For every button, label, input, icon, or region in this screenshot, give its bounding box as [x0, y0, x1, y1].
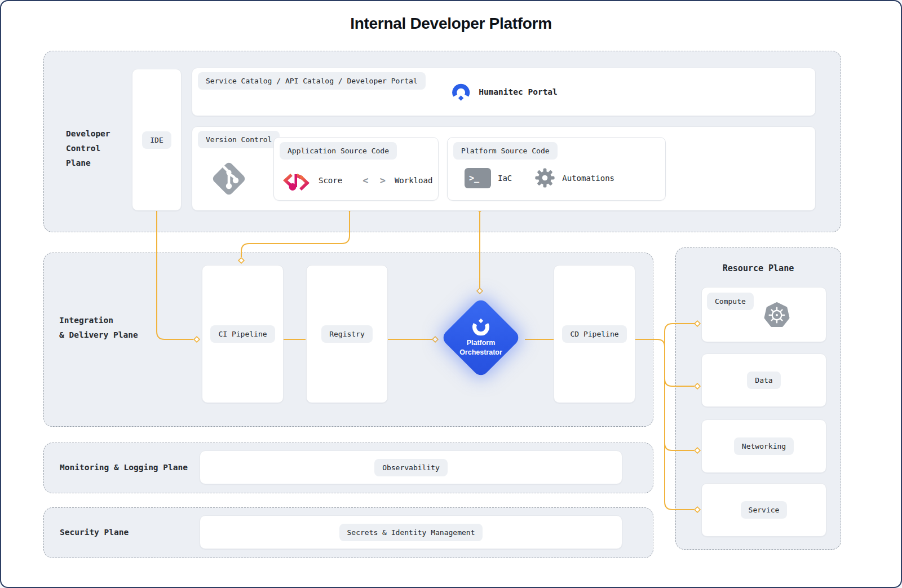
gear-icon: [534, 167, 555, 188]
terminal-icon: >_: [465, 168, 491, 188]
connector-cd-to-trunk: [635, 339, 665, 347]
connector-branch-networking: [665, 443, 694, 450]
version-control-chip: Version Control: [198, 131, 280, 148]
kubernetes-icon: [764, 302, 790, 328]
endpoint-diamond: [432, 337, 438, 342]
security-plane-label: Security Plane: [60, 525, 129, 540]
endpoint-diamond: [477, 288, 483, 294]
monitoring-logging-plane-label: Monitoring & Logging Plane: [60, 460, 188, 475]
platform-source-code-box: Platform Source Code >_ IaC Automations: [447, 137, 666, 201]
portal-box: Service Catalog / API Catalog / Develope…: [192, 68, 816, 116]
data-box: Data: [701, 353, 826, 407]
compute-chip: Compute: [707, 293, 754, 310]
service-chip: Service: [741, 501, 788, 519]
endpoint-diamond: [695, 448, 700, 453]
application-source-code-chip: Application Source Code: [280, 142, 397, 160]
secrets-identity-chip: Secrets & Identity Management: [339, 524, 483, 541]
score-icon: [283, 169, 312, 192]
service-box: Service: [701, 483, 826, 537]
platform-source-code-chip: Platform Source Code: [453, 142, 558, 160]
data-chip: Data: [747, 372, 780, 389]
integration-delivery-plane-label: Integration & Delivery Plane: [59, 313, 138, 342]
diagram-canvas: Internal Developer Platform: [0, 0, 902, 588]
cd-pipeline-box: CD Pipeline: [554, 265, 635, 403]
platform-orchestrator-label: Platform Orchestrator: [459, 338, 502, 357]
registry-chip: Registry: [321, 325, 373, 343]
connector-resource-trunk: [665, 324, 695, 510]
ide-chip: IDE: [142, 131, 171, 149]
workload-brackets-icon: < >: [362, 175, 388, 186]
humanitec-logo-icon: [450, 82, 471, 101]
endpoint-diamond: [194, 337, 200, 342]
compute-box: Compute: [701, 287, 826, 342]
registry-box: Registry: [306, 265, 388, 403]
workload-label: Workload: [395, 176, 432, 185]
endpoint-diamond: [238, 258, 244, 263]
endpoint-diamond: [695, 507, 700, 512]
ide-box: IDE: [132, 69, 182, 211]
orchestrator-logo-icon: [470, 319, 492, 336]
portal-chip: Service Catalog / API Catalog / Develope…: [198, 72, 426, 90]
connector-appsource-to-ci: [241, 211, 350, 257]
endpoint-diamond: [695, 383, 700, 389]
secrets-identity-box: Secrets & Identity Management: [200, 515, 622, 549]
observability-box: Observability: [200, 450, 622, 484]
platform-source-icon-row: >_ IaC Automations: [465, 167, 614, 188]
endpoint-diamond: [695, 321, 700, 326]
score-label: Score: [319, 176, 342, 185]
app-source-icon-row: Score < > Workload: [283, 169, 432, 192]
connector-branch-data: [665, 379, 694, 386]
connector-ide-to-ci: [157, 211, 193, 339]
resource-plane-title: Resource Plane: [723, 263, 794, 273]
networking-box: Networking: [701, 419, 826, 473]
git-icon: [211, 161, 247, 197]
ci-pipeline-box: CI Pipeline: [202, 265, 284, 403]
ci-pipeline-chip: CI Pipeline: [210, 325, 275, 343]
developer-control-plane-label: Developer Control Plane: [66, 126, 110, 170]
platform-orchestrator-node: Platform Orchestrator: [440, 297, 521, 378]
iac-label: IaC: [498, 174, 512, 183]
automations-label: Automations: [562, 174, 614, 183]
humanitec-brand-text: Humanitec Portal: [479, 87, 558, 96]
networking-chip: Networking: [734, 437, 794, 455]
cd-pipeline-chip: CD Pipeline: [562, 325, 626, 343]
observability-chip: Observability: [374, 459, 448, 476]
version-control-box: Version Control Application Source Code: [192, 126, 816, 211]
application-source-code-box: Application Source Code Score <: [273, 137, 439, 201]
humanitec-brand: Humanitec Portal: [450, 82, 558, 101]
